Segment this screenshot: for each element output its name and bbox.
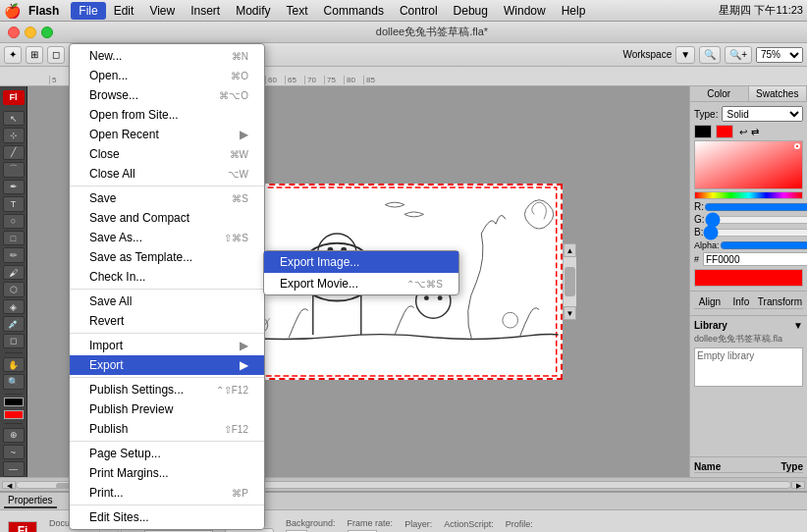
tb-btn3[interactable]: ◻ — [47, 46, 65, 64]
menu-item-window[interactable]: Window — [496, 2, 554, 20]
scroll-down-btn[interactable]: ▼ — [564, 306, 576, 320]
reset-colors[interactable]: ↩ — [739, 127, 747, 137]
menu-save-as[interactable]: Save As... ⇧⌘S — [70, 228, 264, 247]
menu-export[interactable]: Export ▶ — [70, 355, 264, 375]
b-slider[interactable] — [703, 229, 807, 237]
menu-item-control[interactable]: Control — [392, 2, 446, 20]
tool-brush[interactable]: 🖌 — [3, 265, 25, 280]
minimize-button[interactable] — [25, 27, 36, 38]
r-slider[interactable] — [704, 203, 807, 211]
menu-item-insert[interactable]: Insert — [183, 2, 228, 20]
swap-colors[interactable]: ⇄ — [751, 127, 759, 137]
menu-open[interactable]: Open... ⌘O — [70, 66, 264, 85]
frame-rate-label: Frame rate: — [348, 518, 394, 528]
fps-group: Frame rate: fps — [348, 518, 394, 532]
tool-oval[interactable]: ○ — [3, 214, 25, 229]
maximize-button[interactable] — [41, 27, 53, 38]
menu-page-setup[interactable]: Page Setup... — [70, 444, 264, 463]
menu-edit-sites[interactable]: Edit Sites... — [70, 507, 264, 527]
align-tabs: Align Info Transform — [694, 295, 803, 309]
library-options-btn[interactable]: ▼ — [793, 320, 803, 331]
menu-item-text[interactable]: Text — [279, 2, 316, 20]
menu-save-compact[interactable]: Save and Compact — [70, 208, 264, 228]
menu-save-template[interactable]: Save as Template... — [70, 247, 264, 267]
menu-check-in[interactable]: Check In... — [70, 267, 264, 287]
color-panel: Type: Solid ↩ ⇄ R: 255 — [690, 102, 807, 291]
tool-text[interactable]: T — [3, 196, 25, 211]
tool-line[interactable]: ╱ — [3, 145, 25, 160]
menu-print[interactable]: Print... ⌘P — [70, 483, 264, 503]
tool-arrow[interactable]: ↖ — [3, 111, 25, 126]
menu-publish-settings[interactable]: Publish Settings... ⌃⇧F12 — [70, 380, 264, 399]
tool-hand[interactable]: ✋ — [3, 357, 25, 372]
fill-type-select[interactable]: Solid — [722, 106, 803, 122]
fill-swatch[interactable] — [716, 125, 733, 138]
g-slider[interactable] — [705, 216, 807, 224]
menu-item-view[interactable]: View — [141, 2, 183, 20]
tool-subselect[interactable]: ⊹ — [3, 128, 25, 142]
transform-tab[interactable]: Transform — [757, 295, 803, 308]
menu-publish[interactable]: Publish ⇧F12 — [70, 419, 264, 439]
menu-save-all[interactable]: Save All — [70, 292, 264, 311]
hex-input[interactable] — [703, 252, 807, 266]
zoom-select[interactable]: 75% 50% 100% — [756, 47, 803, 63]
menu-open-recent[interactable]: Open Recent ▶ — [70, 125, 264, 144]
menu-close[interactable]: Close ⌘W — [70, 144, 264, 164]
swatches-tab[interactable]: Swatches — [749, 86, 808, 101]
info-tab[interactable]: Info — [726, 295, 757, 308]
tool-zoom[interactable]: 🔍 — [3, 374, 25, 389]
stroke-color[interactable] — [4, 398, 24, 406]
menu-browse[interactable]: Browse... ⌘⌥O — [70, 85, 264, 105]
tool-lasso[interactable]: ⌒ — [3, 162, 25, 177]
menu-item-help[interactable]: Help — [554, 2, 594, 20]
menu-publish-preview[interactable]: Publish Preview — [70, 399, 264, 419]
color-tab[interactable]: Color — [690, 86, 749, 101]
menu-new[interactable]: New... ⌘N — [70, 46, 264, 66]
tool-snap[interactable]: ⊕ — [3, 428, 25, 443]
tool-pen[interactable]: ✒ — [3, 180, 25, 194]
alpha-slider[interactable] — [720, 241, 807, 249]
menu-open-from-site[interactable]: Open from Site... — [70, 105, 264, 125]
tool-eraser[interactable]: ◻ — [3, 334, 25, 348]
close-button[interactable] — [8, 27, 20, 38]
menu-item-modify[interactable]: Modify — [228, 2, 278, 20]
workspace-dropdown[interactable]: ▼ — [675, 46, 695, 64]
menu-item-commands[interactable]: Commands — [316, 2, 392, 20]
align-tab[interactable]: Align — [694, 295, 726, 308]
tool-rect[interactable]: □ — [3, 231, 25, 245]
menu-save[interactable]: Save ⌘S — [70, 188, 264, 208]
new-symbol-btn[interactable]: ✦ — [4, 46, 22, 64]
menu-print-margins[interactable]: Print Margins... — [70, 463, 264, 483]
menu-print-label: Print... — [89, 486, 124, 500]
properties-tab[interactable]: Properties — [4, 494, 57, 508]
zoom-in-btn[interactable]: 🔍+ — [725, 46, 752, 64]
scroll-left-btn[interactable]: ◀ — [2, 481, 16, 489]
tool-paintbucket[interactable]: ◈ — [3, 299, 25, 314]
menu-item-file[interactable]: File — [71, 2, 105, 20]
menu-close-all[interactable]: Close All ⌥W — [70, 164, 264, 184]
apple-menu[interactable]: 🍎 — [4, 3, 21, 19]
menu-revert[interactable]: Revert — [70, 311, 264, 331]
player-group: Player: 9 — [404, 519, 432, 532]
fill-color[interactable] — [4, 410, 24, 419]
zoom-out-btn[interactable]: 🔍 — [699, 46, 721, 64]
export-image-item[interactable]: Export Image... — [264, 251, 458, 273]
menu-item-debug[interactable]: Debug — [446, 2, 496, 20]
tool-straighten[interactable]: — — [3, 461, 25, 476]
menu-item-edit[interactable]: Edit — [106, 2, 142, 20]
menu-import[interactable]: Import ▶ — [70, 336, 264, 355]
tb-btn2[interactable]: ⊞ — [26, 46, 43, 64]
hex-label: # — [694, 254, 699, 264]
vertical-scrollbar[interactable]: ▲ ▼ — [563, 243, 576, 320]
color-gradient[interactable] — [694, 140, 803, 189]
tool-eyedropper[interactable]: 💉 — [3, 316, 25, 331]
scroll-up-btn[interactable]: ▲ — [564, 243, 576, 257]
scroll-thumb[interactable] — [565, 267, 575, 296]
stroke-swatch[interactable] — [694, 125, 712, 138]
tool-smooth[interactable]: ~ — [3, 445, 25, 459]
tool-pencil[interactable]: ✏ — [3, 247, 25, 262]
scroll-right-btn[interactable]: ▶ — [791, 481, 805, 489]
tool-inkbottle[interactable]: ⬡ — [3, 282, 25, 296]
export-movie-item[interactable]: Export Movie... ⌃⌥⌘S — [264, 273, 458, 294]
profile-group: Profile: Default — [506, 519, 540, 532]
